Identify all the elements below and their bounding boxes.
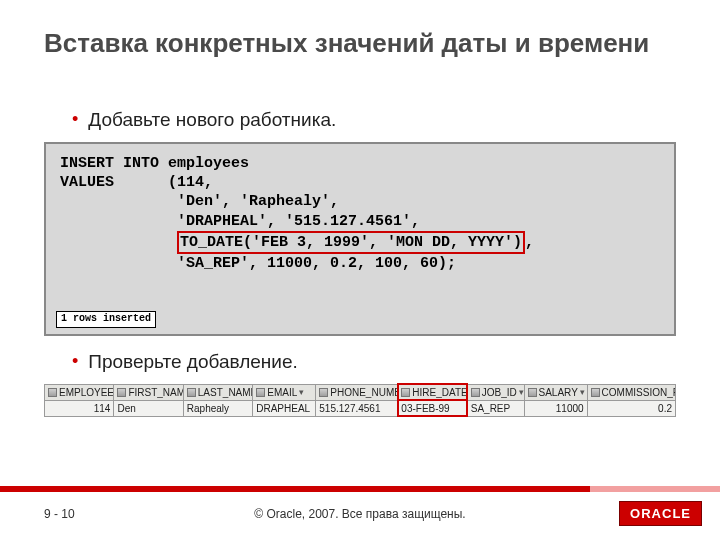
- code-line-1: INSERT INTO employees: [60, 155, 249, 172]
- column-icon: [48, 388, 57, 397]
- col-employee-id: EMPLOYEE_ID▾: [45, 384, 114, 400]
- footer-divider: [0, 486, 720, 492]
- cell-employee-id: 114: [45, 400, 114, 416]
- table-header-row: EMPLOYEE_ID▾ FIRST_NAME▾ LAST_NAME▾ EMAI…: [45, 384, 676, 400]
- result-table: EMPLOYEE_ID▾ FIRST_NAME▾ LAST_NAME▾ EMAI…: [44, 384, 676, 417]
- sql-code-block: INSERT INTO employees VALUES (114, 'Den'…: [44, 142, 676, 336]
- col-label: SALARY: [539, 387, 578, 398]
- cell-first-name: Den: [114, 400, 183, 416]
- code-line-2: VALUES (114,: [60, 174, 213, 191]
- sort-icon: ▾: [580, 387, 585, 397]
- col-label: HIRE_DATE: [412, 387, 467, 398]
- code-line-5-tail: ,: [525, 234, 534, 251]
- col-label: JOB_ID: [482, 387, 517, 398]
- col-job-id: JOB_ID▾: [467, 384, 524, 400]
- col-commission-pct: COMMISSION_PCT▾: [587, 384, 675, 400]
- col-phone-number: PHONE_NUMBER▾: [316, 384, 398, 400]
- bullet-2: • Проверьте добавление.: [72, 350, 676, 374]
- bullet-1-text: Добавьте нового работника.: [88, 108, 336, 132]
- oracle-logo: ORACLE: [619, 501, 702, 526]
- copyright: © Oracle, 2007. Все права защищены.: [0, 507, 720, 521]
- column-icon: [401, 388, 410, 397]
- slide-body: • Добавьте нового работника. INSERT INTO…: [44, 108, 676, 417]
- cell-salary: 11000: [524, 400, 587, 416]
- bullet-2-text: Проверьте добавление.: [88, 350, 297, 374]
- bullet-marker: •: [72, 108, 78, 130]
- cell-hire-date: 03-FEB-99: [398, 400, 467, 416]
- to-date-highlight: TO_DATE('FEB 3, 1999', 'MON DD, YYYY'): [177, 231, 525, 254]
- col-first-name: FIRST_NAME▾: [114, 384, 183, 400]
- code-line-3: 'Den', 'Raphealy',: [60, 193, 339, 210]
- cell-email: DRAPHEAL: [253, 400, 316, 416]
- sort-icon: ▾: [299, 387, 304, 397]
- sort-icon: ▾: [519, 387, 524, 397]
- col-last-name: LAST_NAME▾: [183, 384, 252, 400]
- col-label: EMPLOYEE_ID: [59, 387, 114, 398]
- cell-commission-pct: 0.2: [587, 400, 675, 416]
- col-label: FIRST_NAME: [128, 387, 183, 398]
- col-hire-date: HIRE_DATE▾: [398, 384, 467, 400]
- bullet-1: • Добавьте нового работника.: [72, 108, 676, 132]
- col-label: PHONE_NUMBER: [330, 387, 398, 398]
- slide: Вставка конкретных значений даты и време…: [0, 0, 720, 540]
- col-label: EMAIL: [267, 387, 297, 398]
- table-row: 114 Den Raphealy DRAPHEAL 515.127.4561 0…: [45, 400, 676, 416]
- page-title: Вставка конкретных значений даты и време…: [44, 28, 676, 59]
- column-icon: [187, 388, 196, 397]
- column-icon: [256, 388, 265, 397]
- col-email: EMAIL▾: [253, 384, 316, 400]
- cell-phone-number: 515.127.4561: [316, 400, 398, 416]
- rows-inserted-badge: 1 rows inserted: [56, 311, 156, 328]
- column-icon: [117, 388, 126, 397]
- code-line-4: 'DRAPHEAL', '515.127.4561',: [60, 213, 420, 230]
- footer: 9 - 10 © Oracle, 2007. Все права защищен…: [0, 501, 720, 526]
- column-icon: [319, 388, 328, 397]
- code-line-6: 'SA_REP', 11000, 0.2, 100, 60);: [60, 255, 456, 272]
- column-icon: [591, 388, 600, 397]
- cell-last-name: Raphealy: [183, 400, 252, 416]
- code-line-5-indent: [60, 234, 177, 251]
- col-salary: SALARY▾: [524, 384, 587, 400]
- column-icon: [528, 388, 537, 397]
- col-label: LAST_NAME: [198, 387, 253, 398]
- sql-code: INSERT INTO employees VALUES (114, 'Den'…: [44, 142, 676, 336]
- cell-job-id: SA_REP: [467, 400, 524, 416]
- bullet-marker: •: [72, 350, 78, 372]
- col-label: COMMISSION_PCT: [602, 387, 676, 398]
- column-icon: [471, 388, 480, 397]
